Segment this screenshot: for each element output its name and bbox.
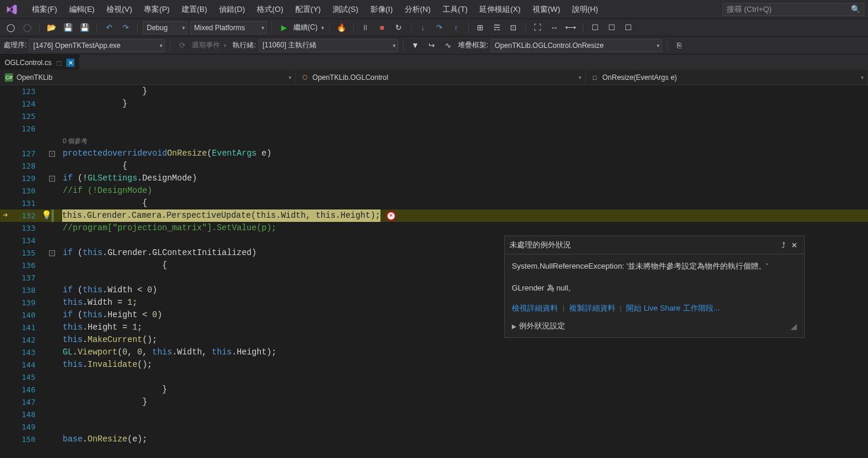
tool-7-button[interactable]: ☐ [588, 21, 602, 35]
search-icon: 🔍 [851, 5, 860, 14]
menu-window[interactable]: 視窗(W) [527, 2, 566, 17]
csharp-project-icon: C# [5, 73, 13, 82]
exception-line: this.GLrender.Camera.PerspectiveUpdate(t… [62, 209, 380, 222]
debug-tool-4[interactable]: ⎘ [672, 38, 686, 53]
search-placeholder: 搜尋 (Ctrl+Q) [727, 4, 772, 15]
copy-details-link[interactable]: 複製詳細資料 [569, 304, 615, 312]
debug-tool-1[interactable]: ▼ [408, 38, 422, 53]
stop-button[interactable]: ■ [375, 21, 389, 35]
restart-button[interactable]: ↻ [392, 21, 406, 35]
menu-debug[interactable]: 偵錯(D) [213, 2, 251, 17]
error-icon[interactable]: ✕ [386, 211, 396, 221]
step-over-button[interactable]: ↷ [433, 21, 447, 35]
menu-project[interactable]: 專案(P) [138, 2, 175, 17]
menu-help[interactable]: 說明(H) [566, 2, 604, 17]
nav-project[interactable]: C# OpenTKLib [0, 70, 296, 85]
tool-3-button[interactable]: ⊡ [506, 21, 521, 35]
tool-4-button[interactable]: ⛶ [531, 21, 545, 35]
thread-dropdown[interactable]: [11060] 主執行緒 [259, 39, 398, 52]
hot-reload-button[interactable]: 🔥 [334, 21, 349, 35]
menu-file[interactable]: 檔案(F) [26, 2, 63, 17]
exception-settings-toggle[interactable]: ▶例外狀況設定 [512, 321, 565, 331]
menu-test[interactable]: 測試(S) [327, 2, 364, 17]
method-icon: ◻ [591, 73, 599, 82]
menu-view[interactable]: 檢視(V) [101, 2, 138, 17]
process-dropdown[interactable]: [1476] OpenTKTestApp.exe [29, 39, 165, 52]
menu-tools[interactable]: 工具(T) [437, 2, 474, 17]
toolbar-main: ◯ ◯ 📂 💾 💾 ↶ ↷ Debug Mixed Platforms ▶ 繼續… [0, 19, 868, 37]
tool-2-button[interactable]: ☴ [490, 21, 504, 35]
exception-detail: GLrender 為 null。 [512, 282, 797, 295]
platform-dropdown[interactable]: Mixed Platforms [190, 21, 267, 34]
tool-5-button[interactable]: ↔ [547, 21, 562, 35]
exception-header: 未處理的例外狀況 ⤴ ✕ [505, 236, 804, 254]
resize-grip-icon[interactable]: ◢ [790, 321, 797, 331]
process-label: 處理序: [4, 40, 27, 50]
undo-button[interactable]: ↶ [102, 21, 116, 35]
liveshare-link[interactable]: 開始 Live Share 工作階段... [626, 304, 719, 312]
menu-image[interactable]: 影像(I) [364, 2, 399, 17]
tab-title: OGLControl.cs [5, 59, 51, 67]
config-dropdown[interactable]: Debug [143, 21, 188, 34]
nav-bar: C# OpenTKLib ⬡ OpenTKLib.OGLControl ◻ On… [0, 70, 868, 85]
menu-edit[interactable]: 編輯(E) [63, 2, 101, 17]
tool-9-button[interactable]: ☐ [621, 21, 635, 35]
step-into-button[interactable]: ↓ [416, 21, 430, 35]
exception-popup: 未處理的例外狀況 ⤴ ✕ System.NullReferenceExcepti… [504, 236, 805, 338]
menu-format[interactable]: 格式(O) [251, 2, 289, 17]
pin-icon[interactable]: ⬚ [56, 60, 62, 66]
lifecycle-icon[interactable]: ⟳ [175, 38, 189, 53]
tool-8-button[interactable]: ☐ [605, 21, 619, 35]
codelens-reference[interactable]: 0 個參考 [63, 135, 88, 147]
menu-config[interactable]: 配置(Y) [289, 2, 327, 17]
debug-tool-2[interactable]: ↪ [425, 38, 439, 53]
menu-analyze[interactable]: 分析(N) [399, 2, 437, 17]
stackframe-dropdown[interactable]: OpenTKLib.OGLControl.OnResize [491, 39, 662, 52]
close-icon[interactable]: ✕ [789, 240, 799, 250]
menu-build[interactable]: 建置(B) [176, 2, 213, 17]
step-out-button[interactable]: ↑ [449, 21, 463, 35]
exception-title: 未處理的例外狀況 [509, 240, 778, 250]
tool-6-button[interactable]: ⟷ [564, 21, 578, 35]
exception-links: 檢視詳細資料 | 複製詳細資料 | 開始 Live Share 工作階段... [505, 301, 804, 317]
close-icon[interactable]: ✕ [66, 59, 75, 67]
document-tabs: OGLControl.cs ⬚ ✕ [0, 54, 868, 70]
tool-1-button[interactable]: ⊞ [473, 21, 488, 35]
menu-bar: 檔案(F) 編輯(E) 檢視(V) 專案(P) 建置(B) 偵錯(D) 格式(O… [0, 0, 868, 19]
menu-extensions[interactable]: 延伸模組(X) [473, 2, 526, 17]
class-icon: ⬡ [301, 73, 309, 82]
exception-message: System.NullReferenceException: '並未將物件參考設… [512, 260, 797, 273]
redo-button[interactable]: ↷ [118, 21, 133, 35]
open-file-button[interactable]: 📂 [44, 21, 59, 35]
vs-logo-icon [4, 1, 20, 18]
break-all-button[interactable]: ⏸ [359, 21, 373, 35]
nav-fwd-button[interactable]: ◯ [20, 21, 34, 35]
save-button[interactable]: 💾 [61, 21, 75, 35]
debug-tool-3[interactable]: ∿ [441, 38, 456, 53]
toolbar-debug: 處理序: [1476] OpenTKTestApp.exe ⟳ 週期事件 ▾ 執… [0, 37, 868, 54]
stackframe-label: 堆疊框架: [458, 40, 488, 50]
continue-button[interactable]: ▶ [277, 21, 291, 35]
view-details-link[interactable]: 檢視詳細資料 [512, 304, 558, 312]
search-input[interactable]: 搜尋 (Ctrl+Q) 🔍 [722, 3, 864, 16]
doc-tab-oglcontrol[interactable]: OGLControl.cs ⬚ ✕ [0, 54, 79, 70]
nav-member[interactable]: ◻ OnResize(EventArgs e) [586, 70, 868, 85]
continue-label: 繼續(C) [293, 22, 318, 33]
current-line-arrow-icon: ➜ [3, 209, 8, 222]
nav-back-button[interactable]: ◯ [4, 21, 18, 35]
lightbulb-icon[interactable]: 💡 [41, 209, 51, 222]
lifecycle-label: 週期事件 [192, 40, 220, 50]
thread-label: 執行緒: [233, 40, 256, 50]
nav-class[interactable]: ⬡ OpenTKLib.OGLControl [296, 70, 586, 85]
pin-icon[interactable]: ⤴ [778, 240, 789, 250]
save-all-button[interactable]: 💾 [78, 21, 92, 35]
